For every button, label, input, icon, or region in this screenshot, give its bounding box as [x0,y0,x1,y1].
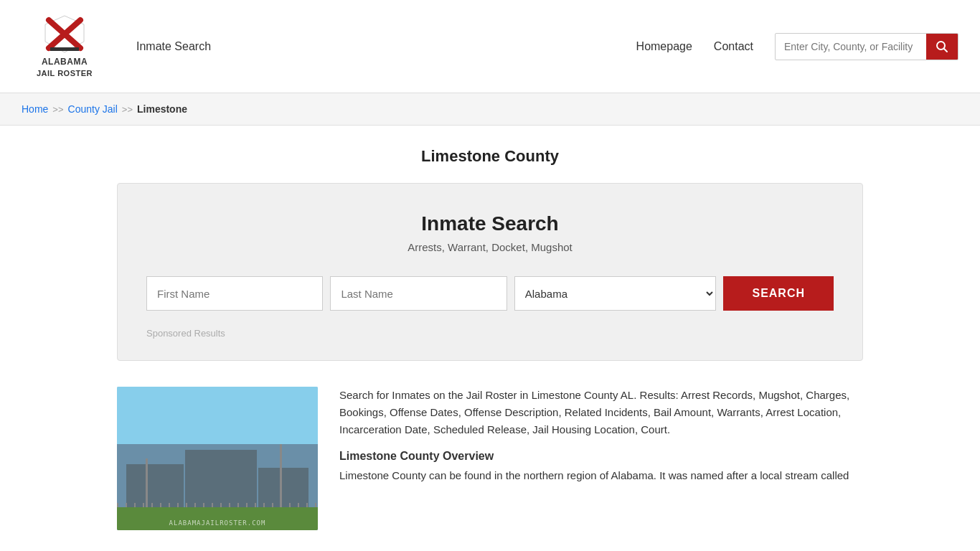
breadcrumb-current: Limestone [137,103,187,115]
first-name-input[interactable] [146,276,323,311]
header-search-bar [775,33,958,60]
info-description: Search for Inmates on the Jail Roster in… [339,387,863,438]
lower-content: ALABAMAJAILROSTER.COM Search for Inmates… [117,387,863,530]
header-search-button[interactable] [926,33,958,60]
nav-homepage[interactable]: Homepage [636,40,692,53]
search-widget-subtitle: Arrests, Warrant, Docket, Mugshot [146,241,834,253]
breadcrumb-sep2: >> [122,104,133,115]
page-title: Limestone County [117,147,863,166]
breadcrumb-home[interactable]: Home [22,103,48,115]
state-select[interactable]: AlabamaAlaskaArizonaArkansasCaliforniaCo… [514,276,717,311]
breadcrumb: Home >> County Jail >> Limestone [0,93,980,126]
search-button[interactable]: SEARCH [723,276,834,311]
search-widget: Inmate Search Arrests, Warrant, Docket, … [117,183,863,361]
main-nav: Inmate Search [136,40,608,53]
main-content: Limestone County Inmate Search Arrests, … [95,126,885,545]
nav-right: Homepage Contact [636,33,958,60]
nav-inmate-search[interactable]: Inmate Search [136,40,211,53]
svg-line-5 [944,48,948,52]
overview-body: Limestone County can be found in the nor… [339,469,849,481]
logo-icon [43,14,86,54]
breadcrumb-sep1: >> [52,104,63,115]
jail-image: ALABAMAJAILROSTER.COM [117,387,318,530]
site-logo[interactable]: ALABAMA JAIL ROSTER [22,14,108,78]
last-name-input[interactable] [330,276,507,311]
info-text: Search for Inmates on the Jail Roster in… [339,387,863,484]
sponsored-results: Sponsored Results [146,328,834,339]
logo-text: ALABAMA JAIL ROSTER [37,57,93,78]
svg-rect-3 [50,47,79,51]
search-fields: AlabamaAlaskaArizonaArkansasCaliforniaCo… [146,276,834,311]
header-search-input[interactable] [776,41,926,52]
site-header: ALABAMA JAIL ROSTER Inmate Search Homepa… [0,0,980,93]
overview-title: Limestone County Overview [339,450,863,463]
nav-contact[interactable]: Contact [714,40,753,53]
search-widget-title: Inmate Search [146,212,834,235]
image-watermark: ALABAMAJAILROSTER.COM [117,519,318,527]
breadcrumb-county-jail[interactable]: County Jail [68,103,118,115]
search-icon [936,40,948,53]
